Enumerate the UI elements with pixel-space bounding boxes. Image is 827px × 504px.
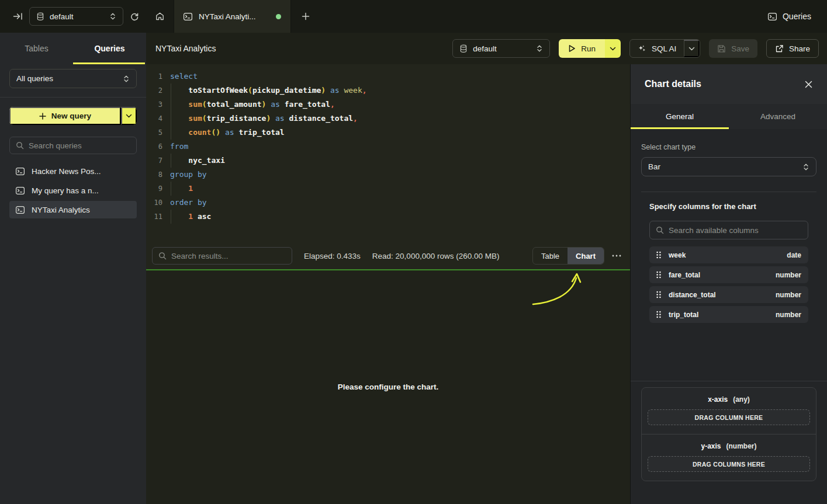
query-list-item[interactable]: My query has a n... (9, 182, 137, 199)
panel-tab-general-label: General (666, 112, 694, 121)
drag-handle-icon[interactable] (656, 291, 661, 298)
sql-ai-dropdown-button[interactable] (684, 40, 700, 57)
collapse-sidebar-icon (13, 12, 23, 21)
new-query-button[interactable]: New query (9, 107, 121, 125)
toolbar-database-selector[interactable]: default (452, 39, 550, 58)
query-tab[interactable]: NYTaxi Analyti... (174, 0, 291, 33)
code-line[interactable]: 8group by (146, 168, 630, 182)
top-bar-left: default (0, 0, 146, 33)
query-filter-select[interactable]: All queries (9, 69, 137, 88)
results-view-toggle: Table Chart (532, 247, 604, 265)
code-line[interactable]: 5 count() as trip_total (146, 126, 630, 140)
new-query-dropdown-button[interactable] (121, 107, 137, 125)
column-type: number (776, 311, 801, 319)
search-queries-input[interactable] (29, 141, 130, 150)
y-axis-section: y-axis (number) DRAG COLUMNS HERE (642, 434, 816, 481)
query-filter-value: All queries (16, 74, 53, 83)
panel-tabs: General Advanced (631, 104, 827, 129)
search-columns-input[interactable] (669, 226, 802, 235)
code-line[interactable]: 9 1 (146, 182, 630, 196)
x-axis-constraint: (any) (733, 395, 750, 404)
code-text: order by (170, 196, 207, 210)
sidebar-tab-queries-label: Queries (94, 44, 124, 53)
more-options-button[interactable] (612, 255, 621, 257)
sidebar-tab-tables[interactable]: Tables (0, 33, 73, 64)
column-chip[interactable]: trip_totalnumber (649, 306, 808, 323)
queries-button-label: Queries (783, 12, 811, 21)
code-text: 1 (170, 182, 193, 196)
query-toolbar: NYTaxi Analytics default Run (146, 33, 827, 64)
line-number: 1 (146, 69, 162, 84)
code-line[interactable]: 1select (146, 69, 630, 84)
queries-button[interactable]: Queries (768, 12, 811, 21)
indent-guide (171, 112, 171, 126)
sidebar-tabs: Tables Queries (0, 33, 146, 64)
search-icon (656, 226, 664, 234)
table-view-button[interactable]: Table (533, 248, 568, 264)
line-number: 4 (146, 112, 162, 126)
rows-read-stats: Read: 20,000,000 rows (260.00 MB) (372, 252, 500, 260)
plus-icon (39, 113, 46, 120)
sidebar: Tables Queries All queries New query (0, 33, 146, 504)
database-icon (36, 12, 44, 21)
sidebar-tab-queries[interactable]: Queries (73, 33, 146, 64)
column-chip[interactable]: distance_totalnumber (649, 286, 808, 303)
code-line[interactable]: 2 toStartOfWeek(pickup_datetime) as week… (146, 84, 630, 98)
column-chip[interactable]: fare_totalnumber (649, 266, 808, 283)
home-tab[interactable] (146, 0, 174, 33)
share-button[interactable]: Share (766, 39, 819, 58)
results-bar: Elapsed: 0.433s Read: 20,000,000 rows (2… (146, 242, 630, 270)
x-axis-dropzone[interactable]: DRAG COLUMN HERE (648, 409, 810, 425)
code-line[interactable]: 7 nyc_taxi (146, 154, 630, 168)
drag-handle-icon[interactable] (656, 311, 661, 318)
search-results-input[interactable] (171, 252, 286, 260)
new-tab-button[interactable] (291, 0, 320, 33)
chart-type-value: Bar (648, 162, 660, 171)
line-number: 9 (146, 182, 162, 196)
column-chip[interactable]: weekdate (649, 246, 808, 263)
chart-area: Please configure the chart. (146, 270, 630, 504)
chevron-updown-icon (123, 75, 130, 83)
chart-empty-message: Please configure the chart. (146, 383, 630, 391)
panel-tab-advanced[interactable]: Advanced (729, 104, 827, 129)
database-selector[interactable]: default (29, 7, 123, 26)
code-line[interactable]: 10order by (146, 196, 630, 210)
new-query-button-group: New query (9, 107, 137, 125)
chart-type-select[interactable]: Bar (641, 157, 816, 176)
collapse-sidebar-button[interactable] (13, 12, 23, 21)
panel-body: Select chart type Bar Specify columns fo… (631, 129, 827, 504)
x-axis-label: x-axis (708, 395, 728, 404)
close-icon (805, 81, 812, 88)
code-line[interactable]: 4 sum(trip_distance) as distance_total, (146, 112, 630, 126)
play-icon (568, 44, 576, 53)
table-view-label: Table (541, 252, 559, 260)
line-number: 10 (146, 196, 162, 210)
query-tab-title: NYTaxi Analyti... (199, 12, 256, 21)
drag-handle-icon[interactable] (656, 271, 661, 279)
ellipsis-icon (612, 255, 621, 257)
y-axis-dropzone[interactable]: DRAG COLUMNS HERE (648, 456, 810, 472)
code-text: 1 asc (170, 210, 211, 224)
run-button[interactable]: Run (559, 39, 605, 58)
refresh-button[interactable] (130, 12, 139, 21)
code-line[interactable]: 6from (146, 140, 630, 154)
chart-view-button[interactable]: Chart (568, 248, 604, 264)
save-button[interactable]: Save (709, 39, 757, 58)
close-panel-button[interactable] (805, 81, 812, 88)
panel-tab-general[interactable]: General (631, 104, 729, 129)
query-list-item-label: My query has a n... (32, 186, 99, 195)
code-line[interactable]: 3 sum(total_amount) as fare_total, (146, 98, 630, 112)
sql-ai-button[interactable]: SQL AI (630, 40, 684, 57)
code-line[interactable]: 11 1 asc (146, 210, 630, 224)
sql-editor[interactable]: 1select2 toStartOfWeek(pickup_datetime) … (146, 64, 630, 242)
unsaved-changes-dot (276, 14, 281, 19)
run-dropdown-button[interactable] (605, 39, 621, 58)
search-queries-box (9, 137, 137, 154)
run-button-group: Run (559, 39, 621, 58)
code-text: count() as trip_total (170, 126, 285, 140)
query-list-item[interactable]: Hacker News Pos... (9, 162, 137, 180)
query-list-item[interactable]: NYTaxi Analytics (9, 201, 137, 218)
drag-handle-icon[interactable] (656, 251, 661, 259)
sql-console-app: default NYTaxi (0, 0, 827, 504)
share-icon (775, 44, 784, 53)
